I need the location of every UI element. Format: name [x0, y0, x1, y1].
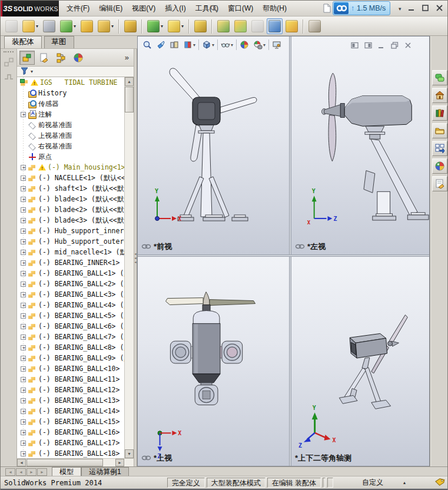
expand-icon[interactable]	[21, 303, 26, 308]
tree-item[interactable]: (-) blade<3> (默认<<默认	[17, 215, 124, 226]
expand-icon[interactable]	[21, 430, 26, 435]
toolbar-button[interactable]: ▾	[166, 18, 185, 34]
expand-icon[interactable]	[21, 165, 26, 170]
prev-tab-button[interactable]: ◄	[16, 468, 26, 476]
tree-item[interactable]: (-) BEARING_BALL<7> (默	[17, 332, 124, 342]
tree-item[interactable]: 原点	[17, 151, 124, 162]
menu-item[interactable]: 文件(F)	[62, 1, 94, 16]
minimize-button[interactable]	[407, 4, 416, 12]
tree-item[interactable]: (-) BEARING_BALL<10> (默	[17, 363, 124, 374]
zoom-to-fit-icon[interactable]	[141, 39, 153, 51]
search-icon[interactable]	[210, 4, 218, 15]
tree-root-assembly[interactable]: IGS TIDAL TURBINE (默	[17, 77, 124, 88]
toolbar-button[interactable]: ▾	[79, 18, 95, 34]
menu-item[interactable]: 帮助(H)	[258, 1, 291, 16]
expand-icon[interactable]	[21, 282, 26, 287]
toolbar-button[interactable]: ▾	[4, 18, 19, 34]
apply-scene-icon[interactable]: ▾	[252, 39, 267, 51]
expand-icon[interactable]	[21, 441, 26, 446]
menu-item[interactable]: 工具(T)	[191, 1, 223, 16]
view-settings-icon[interactable]	[271, 39, 283, 51]
tree-item[interactable]: (-) BEARING_BALL<3> (默	[17, 289, 124, 300]
expand-icon[interactable]	[21, 313, 26, 319]
tree-item[interactable]: (-) BEARING_BALL<9> (默	[17, 353, 124, 363]
tree-item[interactable]: (-) BEARING_BALL<5> (默	[17, 310, 124, 321]
expand-icon[interactable]	[21, 335, 26, 340]
toolbar-button[interactable]: ▾	[58, 18, 78, 34]
expand-icon[interactable]	[21, 409, 26, 414]
document-minimize-icon[interactable]	[378, 41, 385, 51]
expand-icon[interactable]	[21, 324, 26, 329]
scroll-left-button[interactable]: ◄	[17, 459, 26, 466]
tree-item[interactable]: (-) BEARING_BALL<17> (默	[17, 438, 124, 448]
panel-expand-chevron[interactable]: »	[125, 53, 131, 62]
tree-item[interactable]: (-) BEARING_BALL<16> (默	[17, 427, 124, 438]
tree-item[interactable]: (-) mid_nacelle<1> (默认	[17, 247, 124, 257]
tree-item[interactable]: History	[17, 88, 124, 98]
filter-icon[interactable]	[21, 67, 28, 77]
custom-properties-icon[interactable]	[432, 176, 447, 191]
tree-horizontal-scrollbar[interactable]: ◄ ►	[17, 458, 134, 466]
expand-icon[interactable]	[21, 345, 26, 350]
expand-icon[interactable]	[21, 388, 26, 393]
expand-icon[interactable]	[21, 271, 26, 276]
tile-right-icon[interactable]	[364, 41, 372, 51]
tree-item[interactable]: (-) BEARING_BALL<2> (默	[17, 279, 124, 289]
tree-item[interactable]: (-) blade<2> (默认<<默认	[17, 204, 124, 215]
tree-item[interactable]: (-) BEARING_BALL<15> (默	[17, 416, 124, 427]
featuremanager-tree-tab[interactable]	[19, 51, 35, 65]
toolbar-button[interactable]: ▾	[122, 18, 138, 34]
tree-item[interactable]: (-) BEARING_BALL<18> (默	[17, 448, 124, 458]
toolbar-button[interactable]: ▾	[233, 18, 248, 34]
dropdown-caret-icon[interactable]: ▾	[111, 24, 114, 29]
tree-item[interactable]: (-) Main_housing<1>	[17, 162, 124, 173]
tab-sketch[interactable]: 草图	[44, 36, 74, 48]
toolbar-button[interactable]: ▾	[21, 18, 40, 34]
download-speed-badge[interactable]: ↑ 1.5 MB/s	[333, 1, 390, 15]
appearances-scenes-icon[interactable]	[432, 158, 447, 174]
scroll-up-button[interactable]: ▲	[125, 77, 134, 86]
propertymanager-tab[interactable]	[36, 51, 52, 65]
viewport-vertical-splitter[interactable]	[289, 37, 291, 466]
expand-icon[interactable]	[21, 250, 26, 255]
tile-left-icon[interactable]	[351, 41, 359, 51]
expand-icon[interactable]	[21, 398, 26, 403]
status-custom[interactable]: 自定义	[342, 478, 403, 488]
toolbar-button[interactable]: ▾	[267, 18, 283, 34]
status-large-assembly-mode[interactable]: 大型装配体模式	[207, 478, 266, 488]
expand-icon[interactable]	[21, 292, 26, 297]
tree-item[interactable]: 上视基准面	[17, 130, 124, 141]
expand-icon[interactable]	[21, 112, 26, 117]
viewport-horizontal-splitter[interactable]	[138, 254, 429, 257]
expand-icon[interactable]	[21, 239, 26, 244]
status-caret-icon[interactable]: ▴	[403, 480, 406, 485]
document-restore-icon[interactable]	[391, 41, 399, 51]
view-palette-icon[interactable]	[432, 141, 447, 156]
filter-caret-icon[interactable]: ▾	[31, 69, 33, 74]
tree-item[interactable]: (-) BEARING_BALL<4> (默	[17, 300, 124, 310]
viewport-left[interactable]: Y Z X *左视	[291, 37, 429, 254]
tree-item[interactable]: (-) Hub_support_outer<1	[17, 236, 124, 247]
tree-item[interactable]: 注解	[17, 109, 124, 120]
tree-item[interactable]: (-) BEARING_BALL<12> (默	[17, 385, 124, 395]
tree-item[interactable]: (-) BEARING_BALL<11> (默	[17, 374, 124, 385]
tree-item[interactable]: (-) BEARING_BALL<14> (默	[17, 406, 124, 416]
maximize-button[interactable]	[421, 4, 430, 12]
first-tab-button[interactable]: ◄	[5, 468, 15, 476]
forum-icon[interactable]	[432, 70, 447, 85]
scroll-down-button[interactable]: ▼	[125, 449, 134, 458]
expand-icon[interactable]	[21, 366, 26, 372]
last-tab-button[interactable]: ►	[37, 468, 47, 476]
expand-icon[interactable]	[21, 419, 26, 425]
expand-icon[interactable]	[21, 451, 26, 456]
expand-icon[interactable]	[21, 197, 26, 202]
toolbar-button[interactable]: ▾	[307, 18, 323, 34]
badge-dropdown-caret-icon[interactable]: ▾	[399, 6, 401, 12]
tree-item[interactable]: (-) shaft<1> (默认<<默认	[17, 183, 124, 194]
toolbar-button[interactable]: ▾	[250, 18, 266, 34]
menu-item[interactable]: 窗口(W)	[223, 1, 258, 16]
viewport-front[interactable]: Y X ▾ ▾ ▾ ▾ *前视	[138, 37, 289, 254]
displaymanager-tab[interactable]	[71, 51, 86, 65]
menu-item[interactable]: 视图(V)	[127, 1, 160, 16]
tag-icon[interactable]	[435, 478, 445, 488]
